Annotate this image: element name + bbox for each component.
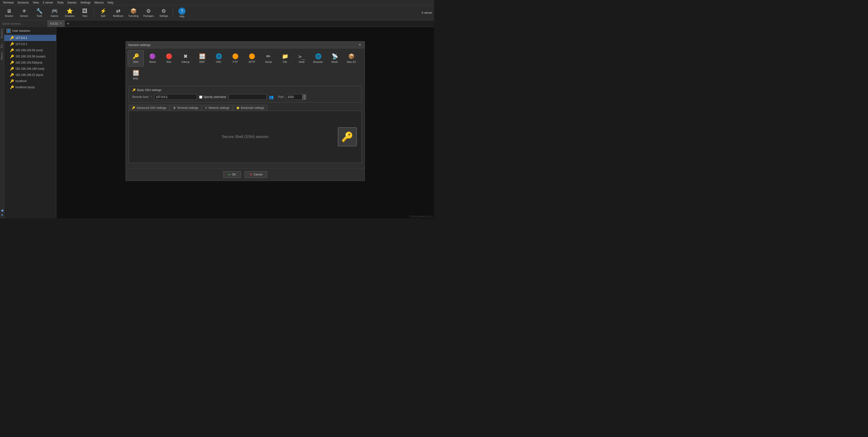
menu-tools[interactable]: Tools [55, 0, 66, 5]
mosh-proto-icon: 📡 [332, 53, 338, 60]
toolbar-help[interactable]: ? Help [175, 6, 189, 20]
port-spinner[interactable]: ▲ ▼ [303, 94, 306, 100]
tab-0001-label: 0.0.01 [50, 22, 58, 25]
proto-tab-wsl[interactable]: 🪟 WSL [128, 67, 144, 83]
toolbar-multiexec[interactable]: ⇄ MultiExec [111, 6, 125, 20]
session-item-4[interactable]: 🔑 192.168.103.56(kyra) [4, 60, 56, 66]
tab-0001[interactable]: 0.0.01 ✕ [48, 20, 65, 27]
toolbar-split[interactable]: ⚡ Split [96, 6, 110, 20]
proto-tab-awss3[interactable]: 📦 Aws S3 [343, 50, 360, 66]
toolbar-session[interactable]: 🖥 Session [2, 6, 16, 20]
dialog-title-bar: Session settings ✕ [126, 41, 365, 48]
sub-tabs: 🔑 Advanced SSH settings 🖥 Terminal setti… [129, 105, 362, 111]
main-layout: Sessions Too... Macros ◀ ➤ 👤 User sessio… [0, 27, 434, 218]
proto-tab-rdp[interactable]: 🪟 RDP [194, 50, 210, 66]
menu-games[interactable]: Games [66, 0, 79, 5]
ok-button[interactable]: ✔ OK [223, 171, 241, 178]
specify-username-checkbox-group: Specify username [199, 95, 226, 99]
session-item-5[interactable]: 🔑 192.168.106.189 (root) [4, 66, 56, 72]
session-item-1[interactable]: 🔑 127.0.0.1 [4, 41, 56, 47]
toolbar-split-label: Split [101, 15, 105, 17]
proto-tab-ssh[interactable]: 🔑 SSH [128, 50, 144, 66]
toolbar-tunneling[interactable]: 📦 Tunneling [126, 6, 141, 20]
menu-help[interactable]: Help [106, 0, 115, 5]
user-lookup-icon[interactable]: 👥 [269, 95, 274, 99]
session-item-6[interactable]: 🔑 192.168.106.22 (kyra) [4, 72, 56, 78]
proto-tab-file[interactable]: 📁 File [277, 50, 293, 66]
subtab-bookmark[interactable]: ⭐ Bookmark settings [233, 105, 268, 111]
vlabel-macros[interactable]: Macros [0, 50, 4, 62]
subtab-advanced-ssh[interactable]: 🔑 Advanced SSH settings [129, 105, 169, 111]
view-icon: 🖼 [82, 8, 87, 14]
multiexec-icon: ⇄ [116, 8, 120, 14]
proto-telnet-label: Telnet [149, 60, 156, 63]
toolbar-sessions[interactable]: ⭐ Sessions [63, 6, 77, 20]
proto-ftp-label: FTP [233, 60, 238, 63]
proto-tab-sftp[interactable]: 🟠 SFTP [244, 50, 260, 66]
xserver-toolbar-label[interactable]: X server [422, 11, 432, 14]
dialog-title: Session settings [128, 43, 151, 47]
remote-host-input[interactable] [154, 94, 197, 100]
toolbar-packages-label: Packages [143, 15, 154, 17]
tab-add-button[interactable]: + [65, 20, 71, 27]
proto-tab-telnet[interactable]: 🟣 Telnet [144, 50, 160, 66]
rdp-proto-icon: 🪟 [199, 53, 206, 60]
subtab-terminal[interactable]: 🖥 Terminal settings [170, 105, 202, 111]
port-input[interactable] [286, 94, 303, 100]
session-item-7[interactable]: 🔑 localhost [4, 78, 56, 84]
key-icon-1: 🔑 [10, 42, 14, 46]
session-item-3[interactable]: 🔑 192.168.103.56 (susan) [4, 53, 56, 60]
menu-macros[interactable]: Macros [93, 0, 106, 5]
nav-arrow-icon[interactable]: ◀ [1, 208, 3, 212]
cancel-button[interactable]: ✖ Cancel [245, 171, 267, 178]
session-item-8[interactable]: 🔑 localhost (kyra) [4, 84, 56, 90]
basic-ssh-form-row: Remote host * Specify username 👥 Port [132, 94, 358, 100]
toolbar-servers[interactable]: ✳ Servers [17, 6, 31, 20]
proto-tab-mosh[interactable]: 📡 Mosh [327, 50, 343, 66]
ssh-proto-icon: 🔑 [133, 53, 139, 60]
nav-send-icon[interactable]: ➤ [1, 213, 3, 216]
proto-tab-ftp[interactable]: 🟠 FTP [227, 50, 243, 66]
toolbar-games[interactable]: 🎮 Games [48, 6, 62, 20]
required-asterisk: * [151, 95, 152, 99]
subtab-bookmark-icon: ⭐ [236, 106, 240, 110]
toolbar-session-label: Session [5, 15, 13, 17]
toolbar-settings[interactable]: ⚙ Settings [157, 6, 171, 20]
telnet-proto-icon: 🟣 [149, 53, 156, 60]
menu-sessions[interactable]: Sessions [16, 0, 31, 5]
toolbar-settings-label: Settings [159, 15, 168, 17]
menu-terminal[interactable]: Terminal [1, 0, 16, 5]
port-spin-down[interactable]: ▼ [303, 97, 306, 100]
subtab-network[interactable]: ✳ Network settings [202, 105, 232, 111]
proto-tab-browser[interactable]: 🌐 Browser [310, 50, 326, 66]
menu-xserver[interactable]: X server [41, 0, 55, 5]
settings-icon: ⚙ [161, 8, 166, 14]
menu-view[interactable]: View [31, 0, 41, 5]
vlabel-tools[interactable]: Too... [0, 40, 4, 50]
ok-check-icon: ✔ [228, 173, 230, 176]
vertical-labels: Sessions Too... Macros ◀ ➤ [0, 27, 4, 218]
specify-username-checkbox[interactable] [199, 95, 202, 99]
proto-tab-xdmcp[interactable]: ✖ Xdmcp [178, 50, 193, 66]
proto-tab-shell[interactable]: >_ Shell [293, 50, 310, 66]
port-spin-up[interactable]: ▲ [303, 94, 306, 97]
proto-mosh-label: Mosh [332, 60, 338, 63]
proto-tab-rsh[interactable]: 🔴 Rsh [161, 50, 177, 66]
proto-tab-serial[interactable]: ✏ Serial [260, 50, 276, 66]
proto-tab-vnc[interactable]: 🌐 VNC [211, 50, 227, 66]
packages-icon: ⚙ [146, 8, 151, 14]
dialog-close-button[interactable]: ✕ [358, 43, 362, 47]
session-item-2[interactable]: 🔑 192.168.103.56 (root) [4, 47, 56, 53]
proto-awss3-label: Aws S3 [347, 60, 355, 63]
toolbar-packages[interactable]: ⚙ Packages [142, 6, 156, 20]
menu-settings[interactable]: Settings [79, 0, 92, 5]
toolbar-tools[interactable]: 🔧 Tools [32, 6, 46, 20]
browser-proto-icon: 🌐 [315, 53, 321, 60]
vlabel-sessions[interactable]: Sessions [0, 27, 4, 40]
toolbar-view[interactable]: 🖼 View [78, 6, 92, 20]
username-input[interactable] [228, 94, 267, 100]
tab-0001-close[interactable]: ✕ [59, 22, 62, 25]
proto-rdp-label: RDP [199, 60, 205, 63]
quick-connect-input[interactable] [0, 20, 48, 27]
session-item-0[interactable]: 🔑 127.0.0.1 [4, 35, 56, 41]
